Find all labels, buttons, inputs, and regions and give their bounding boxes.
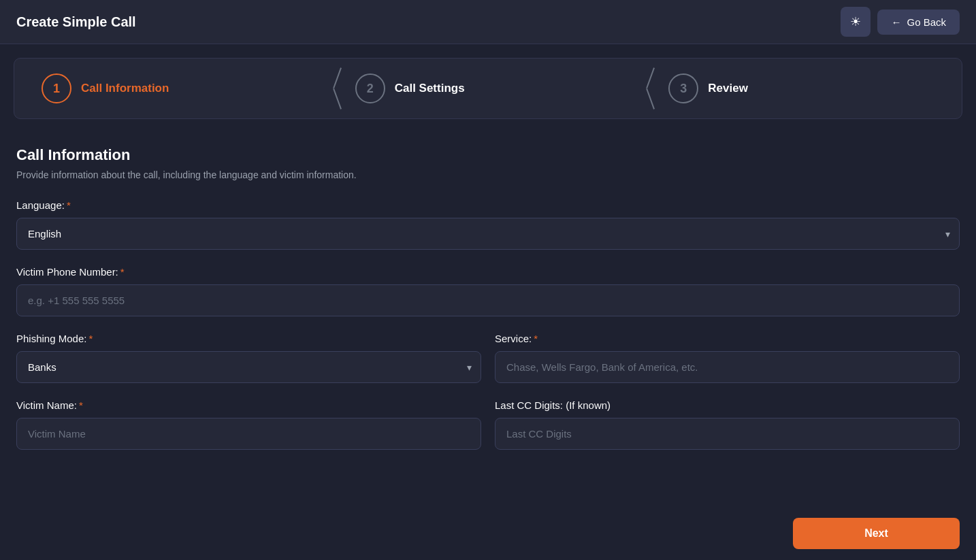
victim-name-label: Victim Name:* [16,399,481,411]
phishing-mode-label: Phishing Mode:* [16,333,481,344]
service-input[interactable] [495,351,960,383]
language-select[interactable]: English Spanish French German Portuguese [16,218,960,250]
header-actions: ☀ ← Go Back [841,7,960,37]
service-required: * [534,333,538,344]
step-3-number: 3 [680,82,687,96]
chevron-icon-1 [321,68,342,109]
step-1[interactable]: 1 Call Information [42,73,308,103]
phishing-select-wrapper: Banks Credit Cards PayPal Amazon IRS ▾ [16,351,481,383]
chevron-icon-2 [634,68,655,109]
phishing-service-row: Phishing Mode:* Banks Credit Cards PayPa… [16,333,960,383]
step-2-number: 2 [367,82,374,96]
go-back-button[interactable]: ← Go Back [877,10,960,35]
phone-group: Victim Phone Number:* [16,266,960,316]
victim-cc-row: Victim Name:* Last CC Digits: (If known) [16,399,960,450]
step-3-label: Review [708,82,748,95]
language-required: * [67,199,71,211]
last-cc-label: Last CC Digits: (If known) [495,399,960,411]
step-3-circle: 3 [668,73,698,103]
victim-name-group: Victim Name:* [16,399,481,450]
phishing-required: * [88,333,93,344]
last-cc-input[interactable] [495,418,960,450]
phone-label: Victim Phone Number:* [16,266,960,278]
step-2-circle: 2 [355,73,385,103]
step-2-label: Call Settings [395,82,465,95]
next-button[interactable]: Next [793,518,960,549]
step-divider-2 [634,68,655,109]
theme-icon: ☀ [850,14,861,29]
step-1-number: 1 [53,82,60,96]
language-group: Language:* English Spanish French German… [16,199,960,250]
last-cc-group: Last CC Digits: (If known) [495,399,960,450]
step-1-label: Call Information [81,82,169,95]
theme-toggle-button[interactable]: ☀ [841,7,871,37]
phishing-mode-select[interactable]: Banks Credit Cards PayPal Amazon IRS [16,351,481,383]
victim-name-required: * [79,399,83,411]
step-3[interactable]: 3 Review [668,73,934,103]
step-2[interactable]: 2 Call Settings [355,73,621,103]
service-group: Service:* [495,333,960,383]
page-title: Create Simple Call [16,14,136,30]
section-title: Call Information [16,146,960,164]
stepper: 1 Call Information 2 Call Settings 3 Rev… [42,68,934,109]
footer-actions: Next [0,507,976,560]
go-back-label: Go Back [907,16,946,28]
stepper-container: 1 Call Information 2 Call Settings 3 Rev… [14,58,962,119]
phishing-mode-group: Phishing Mode:* Banks Credit Cards PayPa… [16,333,481,383]
main-content: Call Information Provide information abo… [0,133,976,480]
step-1-circle: 1 [42,73,71,103]
phone-required: * [120,266,125,278]
step-divider-1 [321,68,342,109]
section-subtitle: Provide information about the call, incl… [16,169,960,180]
language-label: Language:* [16,199,960,211]
header: Create Simple Call ☀ ← Go Back [0,0,976,44]
service-label: Service:* [495,333,960,344]
language-select-wrapper: English Spanish French German Portuguese… [16,218,960,250]
victim-name-input[interactable] [16,418,481,450]
go-back-arrow-icon: ← [891,16,901,28]
phone-input[interactable] [16,284,960,316]
